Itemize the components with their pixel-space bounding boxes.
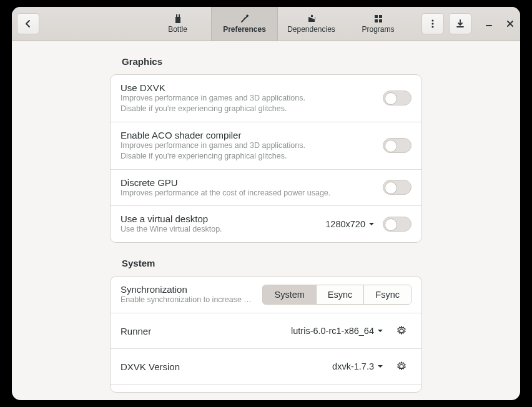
row-desc: Use the Wine virtual desktop. — [121, 224, 318, 235]
system-list: Synchronization Enable synchronization t… — [110, 276, 422, 393]
aco-toggle[interactable] — [383, 138, 411, 153]
dxvk-settings-button[interactable] — [392, 356, 411, 376]
svg-point-6 — [431, 19, 433, 21]
bottle-icon — [173, 14, 183, 24]
row-virtual-desktop: Use a virtual desktop Use the Wine virtu… — [111, 206, 421, 242]
close-icon — [506, 19, 515, 28]
graphics-list: Use DXVK Improves performance in games a… — [110, 74, 422, 243]
chevron-left-icon — [23, 19, 33, 29]
tab-label: Bottle — [168, 25, 187, 34]
row-title: Use a virtual desktop — [121, 213, 318, 224]
sync-option-system[interactable]: System — [263, 285, 316, 304]
window-controls — [483, 17, 516, 30]
row-desc: Improves performance at the cost of incr… — [121, 188, 375, 199]
back-button[interactable] — [17, 13, 39, 34]
close-button[interactable] — [504, 17, 516, 30]
row-title: Runner — [121, 326, 283, 336]
preferences-icon — [240, 14, 250, 24]
svg-rect-2 — [375, 15, 378, 18]
dxvk-version-value: dxvk-1.7.3 — [332, 361, 374, 371]
row-title: Synchronization — [121, 284, 255, 295]
svg-rect-3 — [379, 15, 382, 18]
section-title-graphics: Graphics — [122, 56, 520, 67]
tab-dependencies[interactable]: Dependencies — [278, 7, 345, 41]
section-title-system: System — [122, 258, 520, 268]
chevron-down-icon — [368, 220, 375, 228]
download-button[interactable] — [449, 13, 471, 34]
row-desc: Improves performance in games and 3D app… — [121, 93, 375, 114]
svg-rect-1 — [179, 14, 180, 17]
minimize-icon — [485, 19, 493, 28]
tab-label: Preferences — [223, 25, 266, 34]
row-title: Use DXVK — [121, 82, 375, 93]
svg-point-8 — [431, 26, 433, 27]
row-desc: Enable synchronization to increase perfo… — [121, 295, 255, 305]
runner-settings-button[interactable] — [392, 321, 411, 341]
svg-point-7 — [431, 22, 433, 24]
menu-button[interactable] — [421, 13, 444, 34]
row-title: DXVK Version — [121, 361, 325, 372]
svg-rect-5 — [379, 19, 382, 22]
puzzle-icon — [307, 14, 317, 24]
sync-switcher: System Esync Fsync — [262, 285, 411, 305]
runner-dropdown[interactable]: lutris-6.0-rc1-x86_64 — [291, 326, 384, 336]
row-desc: Improves performance in games and 3D app… — [121, 140, 375, 162]
content-area: Graphics Use DXVK Improves performance i… — [12, 41, 520, 400]
row-discrete-gpu: Discrete GPU Improves performance at the… — [111, 170, 421, 207]
row-dxvk: Use DXVK Improves performance in games a… — [111, 75, 421, 122]
kebab-icon — [428, 19, 438, 29]
row-synchronization: Synchronization Enable synchronization t… — [111, 277, 421, 313]
tab-programs[interactable]: Programs — [345, 7, 411, 41]
row-runner: Runner lutris-6.0-rc1-x86_64 — [111, 313, 421, 349]
minimize-button[interactable] — [483, 17, 495, 30]
resolution-value: 1280x720 — [325, 219, 365, 229]
svg-rect-0 — [176, 14, 177, 17]
gear-icon — [397, 326, 406, 336]
tab-label: Dependencies — [287, 25, 335, 34]
view-switcher: Bottle Preferences Dependencies Programs — [144, 7, 411, 41]
resolution-dropdown[interactable]: 1280x720 — [325, 219, 375, 229]
row-aco: Enable ACO shader compiler Improves perf… — [111, 122, 421, 170]
discrete-gpu-toggle[interactable] — [383, 180, 411, 195]
sync-option-fsync[interactable]: Fsync — [364, 285, 411, 304]
runner-value: lutris-6.0-rc1-x86_64 — [291, 326, 374, 336]
row-partial — [111, 385, 421, 392]
row-dxvk-version: DXVK Version dxvk-1.7.3 — [111, 349, 421, 385]
headerbar-actions — [421, 13, 520, 34]
tab-label: Programs — [362, 25, 394, 34]
svg-rect-4 — [375, 19, 378, 22]
dxvk-version-dropdown[interactable]: dxvk-1.7.3 — [332, 361, 384, 371]
gear-icon — [397, 361, 406, 371]
download-icon — [455, 19, 465, 29]
virtual-desktop-toggle[interactable] — [383, 217, 411, 232]
chevron-down-icon — [377, 363, 384, 370]
row-title: Discrete GPU — [121, 177, 375, 188]
window: Bottle Preferences Dependencies Programs — [12, 7, 520, 400]
grid-icon — [373, 14, 383, 24]
sync-option-esync[interactable]: Esync — [317, 285, 365, 304]
row-title: Enable ACO shader compiler — [121, 130, 375, 140]
headerbar: Bottle Preferences Dependencies Programs — [12, 7, 520, 41]
chevron-down-icon — [377, 327, 384, 335]
tab-bottle[interactable]: Bottle — [144, 7, 211, 41]
tab-preferences[interactable]: Preferences — [211, 7, 278, 41]
dxvk-toggle[interactable] — [383, 91, 411, 105]
